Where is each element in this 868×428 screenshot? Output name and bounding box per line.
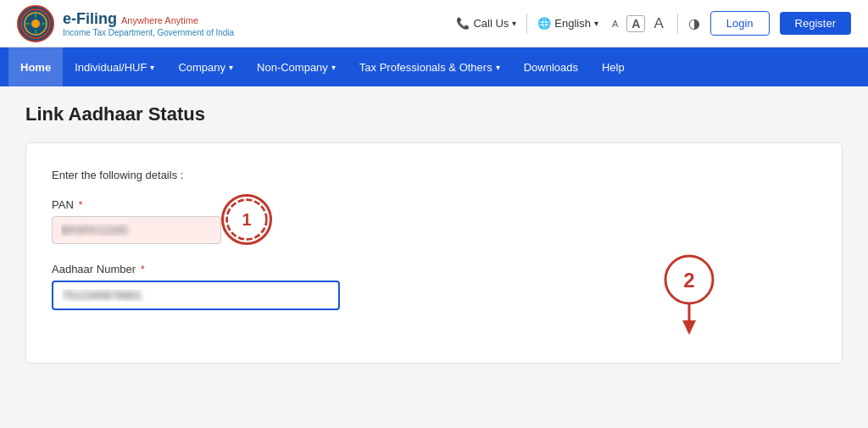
nav-item-home[interactable]: Home bbox=[8, 47, 63, 86]
font-medium-button[interactable]: A bbox=[626, 15, 645, 32]
font-controls: A A A bbox=[609, 14, 667, 34]
register-button[interactable]: Register bbox=[780, 12, 851, 35]
main-nav: Home Individual/HUF ▾ Company ▾ Non-Comp… bbox=[0, 47, 868, 86]
logo-area: e-Filing Anywhere Anytime Income Tax Dep… bbox=[17, 5, 234, 42]
nav-item-help[interactable]: Help bbox=[590, 47, 637, 86]
site-header: e-Filing Anywhere Anytime Income Tax Dep… bbox=[0, 0, 868, 47]
brand-name: e-Filing Anywhere Anytime bbox=[63, 10, 234, 28]
aadhaar-label: Aadhaar Number * bbox=[52, 263, 816, 275]
chevron-down-icon-lang: ▾ bbox=[594, 19, 598, 28]
font-small-button[interactable]: A bbox=[609, 17, 621, 31]
logo-text: e-Filing Anywhere Anytime Income Tax Dep… bbox=[63, 10, 234, 37]
globe-icon: 🌐 bbox=[537, 17, 551, 30]
nav-item-company[interactable]: Company ▾ bbox=[166, 47, 245, 86]
header-divider-2 bbox=[677, 14, 678, 34]
nav-label-downloads: Downloads bbox=[524, 61, 578, 74]
header-right: 📞 Call Us ▾ 🌐 English ▾ A A A ◑ Login Re… bbox=[456, 11, 851, 36]
aadhaar-input[interactable] bbox=[52, 281, 340, 310]
login-button[interactable]: Login bbox=[710, 11, 770, 36]
logo-emblem bbox=[17, 5, 54, 42]
pan-form-group: PAN * bbox=[52, 198, 816, 244]
aadhaar-form-group: Aadhaar Number * bbox=[52, 263, 816, 310]
nav-item-downloads[interactable]: Downloads bbox=[512, 47, 590, 86]
language-label: English bbox=[554, 17, 591, 30]
chevron-company: ▾ bbox=[229, 63, 233, 72]
language-selector[interactable]: 🌐 English ▾ bbox=[537, 17, 598, 30]
nav-label-tax-professionals: Tax Professionals & Others bbox=[359, 61, 492, 74]
page-title: Link Aadhaar Status bbox=[25, 103, 843, 125]
aadhaar-required-star: * bbox=[141, 263, 145, 275]
font-large-button[interactable]: A bbox=[650, 14, 666, 34]
chevron-individual: ▾ bbox=[150, 63, 154, 72]
pan-input[interactable] bbox=[52, 216, 221, 244]
chevron-tax: ▾ bbox=[496, 63, 500, 72]
nav-label-home: Home bbox=[20, 61, 51, 74]
contrast-toggle-button[interactable]: ◑ bbox=[688, 15, 700, 31]
chevron-noncompany: ▾ bbox=[331, 63, 336, 72]
svg-marker-12 bbox=[682, 320, 696, 335]
nav-label-individual: Individual/HUF bbox=[75, 61, 147, 74]
nav-item-tax-professionals[interactable]: Tax Professionals & Others ▾ bbox=[348, 47, 512, 86]
pan-label: PAN * bbox=[52, 198, 816, 211]
nav-label-help: Help bbox=[602, 61, 625, 74]
svg-point-2 bbox=[31, 19, 40, 28]
form-description: Enter the following details : bbox=[52, 169, 816, 181]
nav-label-company: Company bbox=[178, 61, 225, 74]
call-us-label: Call Us bbox=[473, 17, 509, 30]
header-divider-1 bbox=[526, 14, 527, 34]
chevron-down-icon: ▾ bbox=[512, 19, 516, 28]
brand-tagline: Income Tax Department, Government of Ind… bbox=[63, 28, 234, 37]
nav-item-individual[interactable]: Individual/HUF ▾ bbox=[63, 47, 166, 86]
page-content: Link Aadhaar Status Enter the following … bbox=[0, 86, 868, 428]
form-card: Enter the following details : PAN * 1 Aa… bbox=[25, 142, 843, 364]
call-us-button[interactable]: 📞 Call Us ▾ bbox=[456, 17, 516, 30]
brand-tagline-inline: Anywhere Anytime bbox=[121, 15, 198, 25]
nav-item-noncompany[interactable]: Non-Company ▾ bbox=[245, 47, 348, 86]
pan-required-star: * bbox=[78, 198, 82, 211]
nav-label-noncompany: Non-Company bbox=[257, 61, 328, 74]
phone-icon: 📞 bbox=[456, 17, 470, 30]
